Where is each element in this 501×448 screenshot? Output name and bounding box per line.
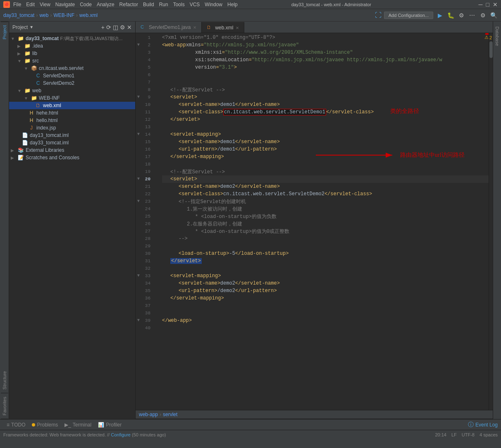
- close-tab-webxml[interactable]: ✕: [236, 26, 239, 30]
- menu-vcs[interactable]: VCS: [190, 2, 200, 7]
- code-line-39: </web-app>: [162, 317, 489, 324]
- close-tab-servletdemo1[interactable]: ✕: [193, 25, 196, 30]
- minimize-button[interactable]: ─: [479, 1, 483, 8]
- scrollbar-thumb[interactable]: [489, 41, 493, 58]
- code-editor[interactable]: <?xml version="1.0" encoding="UTF-8"?> <…: [159, 33, 489, 410]
- menu-tools[interactable]: Tools: [173, 2, 185, 7]
- status-position[interactable]: 20:14: [435, 432, 446, 437]
- profiler-tab[interactable]: 📊 Profiler: [95, 421, 125, 429]
- fold-marker-39[interactable]: ▼: [136, 316, 141, 323]
- fold-marker-33[interactable]: ▼: [136, 271, 141, 279]
- sync-icon[interactable]: ⟳: [106, 24, 111, 31]
- code-line-16: <url-pattern>/demo1</url-pattern>: [162, 146, 489, 153]
- breadcrumb-file[interactable]: web.xml: [79, 12, 98, 18]
- fold-marker-2[interactable]: ▼: [136, 41, 141, 48]
- warning-icon: ⚠: [484, 35, 489, 40]
- todo-tab[interactable]: ≡ TODO: [3, 421, 29, 429]
- menu-view[interactable]: View: [40, 2, 50, 7]
- favorites-tab[interactable]: Favorites: [1, 393, 8, 419]
- tree-item-servletdemo2[interactable]: C ServletDemo2: [9, 79, 135, 87]
- fold-marker-9[interactable]: ▼: [136, 93, 141, 100]
- maximize-button[interactable]: □: [486, 1, 489, 8]
- event-log-label[interactable]: Event Log: [475, 422, 498, 428]
- menu-code[interactable]: Code: [80, 2, 92, 7]
- status-lf[interactable]: LF: [451, 432, 457, 437]
- problems-tab[interactable]: Problems: [29, 421, 61, 429]
- tree-arrow-src: ▼: [17, 59, 24, 63]
- breadcrumb-servlet[interactable]: servlet: [163, 412, 177, 417]
- folder-icon-webinf: 📁: [31, 95, 37, 101]
- menu-analyze[interactable]: Analyze: [97, 2, 115, 7]
- tab-webxml[interactable]: 🗋 web.xml ✕: [202, 22, 244, 33]
- code-line-1: <?xml version="1.0" encoding="UTF-8"?>: [162, 34, 489, 41]
- tree-item-indexjsp[interactable]: J index.jsp: [9, 124, 135, 132]
- breadcrumb-web[interactable]: web: [39, 12, 48, 18]
- menu-navigate[interactable]: Navigate: [55, 2, 75, 7]
- tree-item-servletdemo1[interactable]: C ServletDemo1: [9, 72, 135, 79]
- menu-build[interactable]: Build: [143, 2, 154, 7]
- breadcrumb-webinf[interactable]: WEB-INF: [53, 12, 74, 18]
- add-config-button[interactable]: Add Configuration...: [384, 12, 433, 19]
- menu-edit[interactable]: Edit: [26, 2, 35, 7]
- gear-icon[interactable]: ⚙: [120, 24, 125, 31]
- tree-item-src[interactable]: ▼ 📁 src: [9, 57, 135, 65]
- dropdown-arrow-icon[interactable]: ▼: [29, 25, 33, 29]
- search-icon[interactable]: ⛶: [375, 12, 382, 19]
- run-config-icon[interactable]: ⚙: [457, 11, 465, 19]
- menu-window[interactable]: Window: [205, 2, 222, 7]
- tree-item-package[interactable]: ▼ 📦 cn.itcast.web.servlet: [9, 65, 135, 72]
- tree-item-web[interactable]: ▼ 📁 web: [9, 87, 135, 94]
- status-indent[interactable]: 4 spaces: [480, 432, 498, 437]
- code-line-13: [162, 123, 489, 131]
- tree-item-hehehtml[interactable]: H hehe.html: [9, 109, 135, 117]
- run-icon[interactable]: ▶: [436, 11, 444, 19]
- menu-help[interactable]: Help: [227, 2, 238, 7]
- configure-link[interactable]: Configure: [111, 432, 131, 437]
- breadcrumb-webapp[interactable]: web-app: [139, 412, 158, 417]
- structure-tab[interactable]: Structure: [1, 368, 8, 393]
- tree-item-hellohtml[interactable]: H hello.html: [9, 117, 135, 124]
- menu-run[interactable]: Run: [159, 2, 168, 7]
- tree-item-day33iml[interactable]: 📄 day33_tomcat.iml: [9, 139, 135, 146]
- status-encoding[interactable]: UTF-8: [462, 432, 475, 437]
- tree-item-lib[interactable]: ▶ 📁 lib: [9, 50, 135, 57]
- tree-item-root[interactable]: ▼ 📁 day33_tomcat F:\网盘下载\黑马JAVA57期访...: [9, 35, 135, 42]
- tree-item-webxml[interactable]: 🗋 web.xml: [9, 102, 135, 109]
- project-tab[interactable]: Project: [1, 22, 8, 43]
- close-button[interactable]: ✕: [493, 1, 498, 8]
- editor-scrollbar[interactable]: [489, 33, 493, 410]
- event-log-area: ⓘ Event Log: [468, 421, 498, 429]
- xml-decl: <?xml version="1.0" encoding="UTF-8"?>: [162, 35, 275, 41]
- menu-refactor[interactable]: Refactor: [119, 2, 138, 7]
- terminal-tab[interactable]: ▶_ Terminal: [61, 421, 95, 429]
- html-icon-hehehtml: H: [28, 110, 35, 116]
- tab-servletdemo1[interactable]: C ServletDemo1.java ✕: [136, 22, 202, 33]
- tree-arrow-package: ▼: [24, 66, 31, 71]
- tree-label-extlibs: External Libraries: [26, 147, 64, 153]
- menu-bar[interactable]: File Edit View Navigate Code Analyze Ref…: [13, 2, 238, 7]
- fold-marker-23[interactable]: ▼: [136, 197, 141, 204]
- code-line-40: [162, 324, 489, 332]
- editor-tabs: C ServletDemo1.java ✕ 🗋 web.xml ✕: [136, 22, 493, 33]
- add-icon[interactable]: +: [101, 24, 105, 31]
- debug-icon[interactable]: 🐛: [446, 11, 455, 19]
- tree-item-extlibs[interactable]: ▶ 📚 External Libraries: [9, 146, 135, 154]
- notification-text: Frameworks detected: Web framework is de…: [3, 432, 166, 437]
- fold-marker-20[interactable]: ▼: [136, 175, 141, 182]
- search-everywhere-icon[interactable]: 🔍: [489, 11, 498, 19]
- tree-item-webinf[interactable]: ▼ 📁 WEB-INF: [9, 94, 135, 102]
- collapse-icon[interactable]: ◫: [113, 24, 118, 31]
- tree-item-day13iml[interactable]: 📄 day13_tomcat.iml: [9, 132, 135, 139]
- menu-file[interactable]: File: [13, 2, 21, 7]
- code-line-4: xsi:schemaLocation="http://xmlns.jcp.xml…: [162, 56, 489, 64]
- close-sidebar-icon[interactable]: ✕: [127, 24, 132, 31]
- settings-icon[interactable]: ⚙: [479, 11, 487, 19]
- database-tab[interactable]: Database: [494, 23, 501, 49]
- window-controls[interactable]: ─ □ ✕: [479, 1, 498, 8]
- tree-item-idea[interactable]: ▶ 📁 .idea: [9, 42, 135, 50]
- more-icon[interactable]: ⋯: [468, 11, 476, 19]
- fold-marker-14[interactable]: ▼: [136, 130, 141, 137]
- breadcrumb-project[interactable]: day33_tomcat: [3, 12, 34, 18]
- tree-item-scratches[interactable]: ▶ 📝 Scratches and Consoles: [9, 154, 135, 161]
- project-dropdown[interactable]: Project ▼: [12, 24, 33, 30]
